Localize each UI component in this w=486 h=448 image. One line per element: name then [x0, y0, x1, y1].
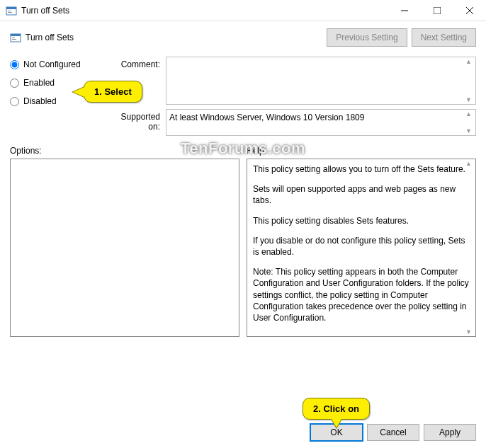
- scroll-up-icon[interactable]: ▲: [465, 58, 472, 65]
- radio-label: Not Configured: [23, 59, 81, 69]
- dialog-buttons: OK Cancel Apply: [0, 417, 486, 448]
- svg-rect-9: [11, 34, 21, 36]
- policy-icon: [6, 5, 17, 16]
- supported-on-text: At least Windows Server, Windows 10 Vers…: [166, 109, 476, 136]
- annotation-click: 2. Click on: [303, 398, 370, 420]
- help-text: Sets will open supported apps and web pa…: [253, 183, 470, 206]
- header-row: Turn off Sets Previous Setting Next Sett…: [10, 28, 476, 47]
- minimize-button[interactable]: [388, 0, 421, 21]
- scroll-up-icon[interactable]: ▲: [465, 110, 472, 117]
- cancel-button[interactable]: Cancel: [367, 424, 419, 441]
- annotation-select: 1. Select: [84, 81, 142, 103]
- help-text: Note: This policy setting appears in bot…: [253, 266, 470, 323]
- scroll-down-icon[interactable]: ▼: [465, 328, 472, 335]
- scroll-down-icon[interactable]: ▼: [465, 96, 472, 103]
- supported-label: Supported on:: [109, 109, 166, 136]
- policy-icon: [10, 32, 21, 43]
- radio-not-configured[interactable]: Not Configured: [10, 59, 109, 69]
- radio-not-configured-input[interactable]: [10, 60, 19, 69]
- help-text: This policy setting disables Sets featur…: [253, 215, 470, 226]
- help-text: If you disable or do not configure this …: [253, 235, 470, 258]
- svg-rect-1: [6, 7, 16, 9]
- previous-setting-button[interactable]: Previous Setting: [327, 28, 407, 47]
- radio-label: Disabled: [23, 96, 57, 106]
- options-panel[interactable]: [10, 159, 239, 337]
- maximize-button[interactable]: [421, 0, 453, 21]
- help-text: This policy setting allows you to turn o…: [253, 163, 470, 175]
- svg-rect-11: [12, 39, 16, 40]
- radio-label: Enabled: [23, 78, 55, 88]
- help-panel[interactable]: This policy setting allows you to turn o…: [247, 159, 476, 337]
- supported-value: At least Windows Server, Windows 10 Vers…: [169, 113, 364, 122]
- page-title: Turn off Sets: [26, 33, 327, 42]
- svg-rect-3: [8, 12, 12, 13]
- scroll-up-icon[interactable]: ▲: [465, 160, 472, 167]
- radio-enabled-input[interactable]: [10, 79, 19, 88]
- options-label: Options:: [10, 146, 239, 156]
- radio-disabled-input[interactable]: [10, 97, 19, 106]
- next-setting-button[interactable]: Next Setting: [412, 28, 476, 47]
- comment-textarea[interactable]: ▲▼: [166, 57, 476, 105]
- scroll-down-icon[interactable]: ▼: [465, 127, 472, 134]
- close-button[interactable]: [453, 0, 486, 21]
- help-label: Help:: [247, 146, 476, 156]
- apply-button[interactable]: Apply: [424, 424, 476, 441]
- svg-rect-2: [8, 11, 11, 11]
- svg-rect-5: [434, 7, 441, 14]
- svg-rect-10: [12, 38, 15, 38]
- titlebar-title: Turn off Sets: [21, 6, 388, 16]
- titlebar[interactable]: Turn off Sets: [0, 0, 486, 21]
